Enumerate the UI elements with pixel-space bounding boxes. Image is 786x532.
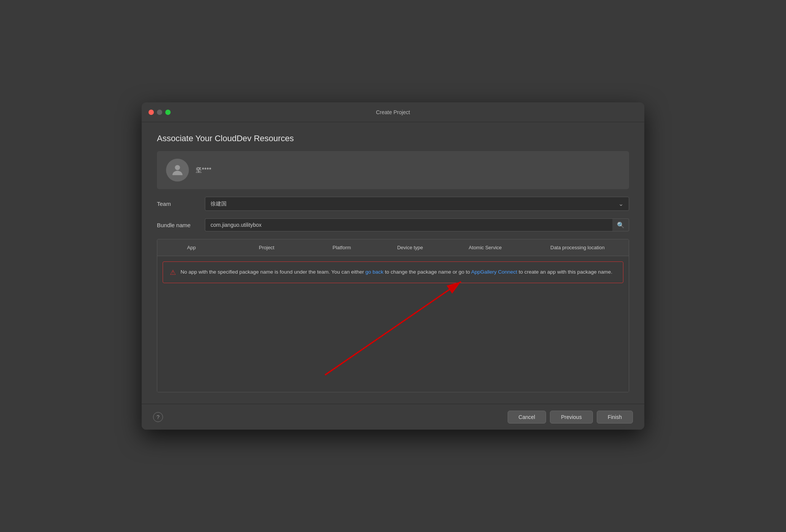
chevron-down-icon: ⌄	[618, 200, 623, 207]
finish-button[interactable]: Finish	[597, 411, 633, 424]
col-device-type: Device type	[376, 243, 444, 252]
bundle-input[interactable]	[205, 218, 612, 231]
go-back-link[interactable]: go back	[366, 269, 383, 275]
bundle-input-wrapper: 🔍	[205, 218, 629, 231]
col-project: Project	[225, 243, 307, 252]
cancel-button[interactable]: Cancel	[508, 411, 546, 424]
footer-buttons: Cancel Previous Finish	[508, 411, 633, 424]
user-card: 坚****	[157, 151, 629, 189]
footer: ? Cancel Previous Finish	[142, 404, 644, 430]
table-header: App Project Platform Device type Atomic …	[157, 239, 629, 256]
bundle-name-row: Bundle name 🔍	[157, 218, 629, 231]
team-select[interactable]: 徐建国 ⌄	[205, 197, 629, 211]
table-body: ⚠ No app with the specified package name…	[157, 256, 629, 392]
minimize-button[interactable]	[157, 110, 162, 115]
error-message: No app with the specified package name i…	[181, 268, 612, 276]
appgallery-connect-link[interactable]: AppGallery Connect	[471, 269, 517, 275]
svg-line-2	[325, 282, 461, 375]
previous-button[interactable]: Previous	[550, 411, 593, 424]
username-label: 坚****	[196, 166, 211, 174]
help-button[interactable]: ?	[153, 412, 163, 422]
help-icon: ?	[157, 414, 160, 420]
avatar	[166, 159, 189, 182]
maximize-button[interactable]	[165, 110, 171, 115]
bundle-label: Bundle name	[157, 222, 199, 228]
team-select-value: 徐建国	[211, 201, 227, 207]
search-button[interactable]: 🔍	[612, 218, 629, 231]
dialog-window: Create Project Associate Your CloudDev R…	[142, 102, 644, 430]
col-platform: Platform	[308, 243, 376, 252]
col-data-processing: Data processing location	[526, 243, 629, 252]
team-row: Team 徐建国 ⌄	[157, 197, 629, 211]
svg-point-0	[175, 165, 180, 170]
window-title: Create Project	[376, 109, 410, 115]
col-app: App	[157, 243, 225, 252]
col-atomic-service: Atomic Service	[444, 243, 526, 252]
team-label: Team	[157, 201, 199, 207]
title-bar: Create Project	[142, 102, 644, 122]
error-box: ⚠ No app with the specified package name…	[163, 261, 623, 283]
page-title: Associate Your CloudDev Resources	[157, 134, 629, 143]
traffic-lights	[149, 110, 171, 115]
search-icon: 🔍	[617, 221, 625, 229]
close-button[interactable]	[149, 110, 154, 115]
results-table: App Project Platform Device type Atomic …	[157, 239, 629, 392]
main-content: Associate Your CloudDev Resources 坚**** …	[142, 122, 644, 404]
error-icon: ⚠	[170, 268, 176, 277]
avatar-icon	[170, 162, 185, 178]
